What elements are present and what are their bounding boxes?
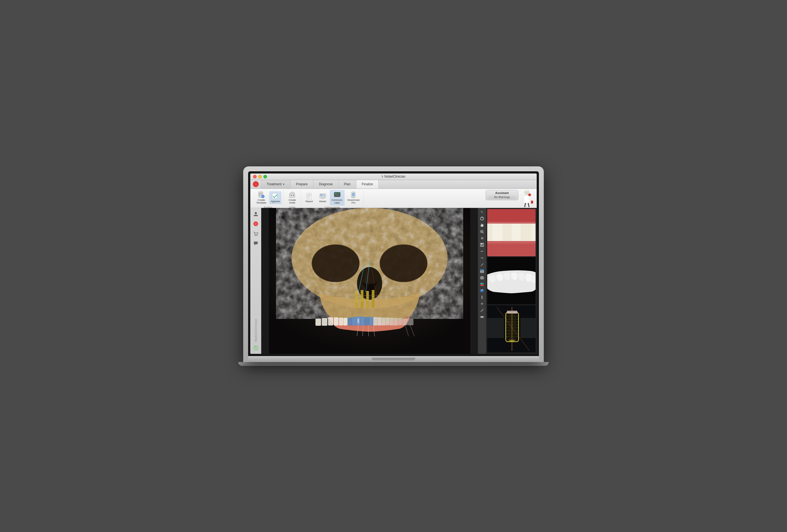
assistant-area: Assistant No Warnings [486,190,534,206]
camera-tool[interactable] [479,275,485,281]
svg-text:⚕: ⚕ [255,183,256,186]
cursor-tool[interactable]: ↖ [479,209,485,215]
sidebar-badge-icon[interactable]: ⚕ [252,220,260,228]
create-order-button[interactable]: CreateOrder [286,190,298,206]
svg-line-36 [530,197,532,201]
blue-cube-tool[interactable] [479,288,485,294]
figure-tool[interactable] [479,294,485,300]
svg-rect-84 [316,319,321,326]
svg-rect-81 [371,298,375,299]
sidebar-brand-label: NobelClinician [254,319,257,342]
power-button[interactable] [252,344,260,352]
svg-rect-149 [487,224,492,241]
svg-rect-121 [483,243,483,244]
scan-thumbnail[interactable] [487,257,536,304]
tab-finalize[interactable]: Finalize [356,180,379,189]
svg-point-34 [528,193,531,196]
osseocarepr-label: OsseoCarePro [347,199,360,205]
svg-rect-100 [386,318,389,325]
tab-prepare[interactable]: Prepare [291,180,314,189]
svg-point-112 [481,217,484,220]
create-template-button[interactable]: + CreateTemplate [255,190,268,206]
move-tool[interactable]: ✛ [479,301,485,307]
svg-rect-66 [360,294,363,295]
svg-point-44 [255,235,255,236]
svg-rect-57 [355,291,358,292]
svg-rect-91 [352,317,356,325]
svg-rect-74 [366,297,369,298]
layers-tool[interactable] [479,268,485,274]
save-tool[interactable] [479,242,485,248]
tab-treatment-label: Treatment [267,182,281,186]
osseocarepr-button[interactable]: OsseoCarePro [346,190,362,206]
svg-rect-28 [352,193,355,196]
svg-point-10 [291,195,292,196]
minimize-button[interactable] [258,175,262,178]
pen-tool[interactable] [479,261,485,268]
ruler-tool[interactable] [479,307,485,313]
svg-rect-18 [320,194,322,196]
rotate-3d-tool[interactable] [479,216,485,221]
order-group-items: CreateOrder [286,190,298,206]
tab-treatment[interactable]: Treatment ▼ [261,180,291,189]
svg-point-130 [482,296,483,297]
report-button[interactable]: Report [303,191,315,204]
toolbar-group-finalize: + CreateTemplate [253,190,284,207]
sidebar-user-icon[interactable] [252,210,260,218]
undo-tool[interactable]: ↩ [479,248,485,254]
viewer-button[interactable]: Viewer [316,191,329,204]
svg-line-138 [483,310,483,310]
maximize-button[interactable] [263,175,267,178]
svg-rect-68 [360,298,363,299]
sidebar-chat-icon[interactable] [252,240,260,247]
tab-dropdown-arrow: ▼ [282,183,285,186]
zoom-tool[interactable] [479,229,485,235]
communicate-group-items: Report [303,190,361,206]
close-button[interactable] [253,175,257,178]
photo-thumbnail[interactable] [487,209,536,256]
svg-line-137 [482,311,483,311]
svg-rect-154 [531,224,536,241]
approve-button[interactable]: Approve [269,191,282,204]
tab-diagnose[interactable]: Diagnose [314,180,339,189]
create-template-icon: + [257,191,265,199]
svg-rect-171 [520,318,536,338]
svg-point-45 [256,235,257,236]
svg-rect-96 [369,317,373,325]
right-tools: ↖ [478,208,486,354]
svg-rect-69 [360,300,363,301]
sidebar-bottom: NobelClinician [252,319,260,352]
assistant-status: No Warnings [489,195,515,199]
svg-line-40 [528,203,529,207]
sidebar-cart-icon[interactable] [252,230,260,237]
toolbar: + CreateTemplate [250,189,537,208]
svg-rect-5 [259,195,261,196]
svg-point-129 [482,283,484,284]
eye-tool[interactable] [479,314,485,320]
window-controls[interactable] [253,175,267,178]
svg-point-128 [481,283,482,284]
communicator-button[interactable]: Communi-cator [330,190,345,206]
svg-rect-119 [481,243,483,244]
svg-rect-67 [360,296,363,297]
svg-rect-152 [512,224,520,241]
svg-line-115 [483,232,484,233]
svg-rect-153 [520,224,531,241]
xray-thumbnail[interactable] [487,305,536,353]
hand-tool[interactable] [479,222,485,228]
laptop-notch [371,358,416,360]
svg-rect-37 [531,201,533,204]
tab-plan[interactable]: Plan [339,180,356,189]
settings-tool[interactable]: ⚙ [479,235,485,241]
svg-rect-64 [360,290,363,291]
color-tool[interactable] [479,281,485,287]
3d-viewport[interactable] [261,208,478,354]
svg-point-139 [482,316,483,318]
svg-rect-61 [355,299,358,300]
redo-tool[interactable]: ↪ [479,255,485,261]
assistant-label: Assistant [489,191,515,195]
svg-text:⚕: ⚕ [255,223,256,226]
svg-rect-120 [481,245,483,246]
svg-rect-26 [335,195,340,196]
svg-rect-79 [371,294,375,295]
